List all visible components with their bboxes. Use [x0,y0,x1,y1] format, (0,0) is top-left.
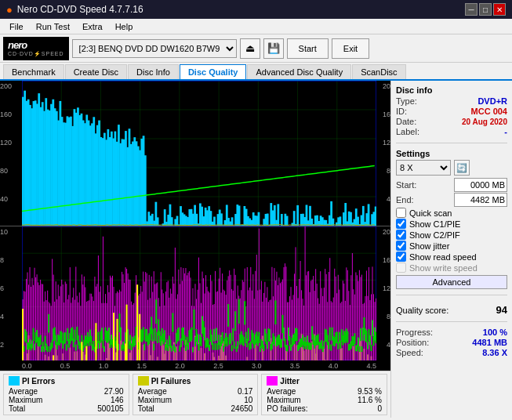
app-title: Nero CD-DVD Speed 4.7.7.16 [17,4,143,15]
drive-select[interactable]: [2:3] BENQ DVD DD DW1620 B7W9 [72,39,237,58]
show-c2pif-row: Show C2/PIF [396,230,507,240]
tab-advanced-disc-quality[interactable]: Advanced Disc Quality [247,64,351,79]
disc-type-value: DVD+R [478,96,507,106]
pi-errors-avg-row: Average 27.90 [9,387,124,396]
chart-bottom-y-right: 20 16 12 8 4 [376,226,390,371]
divider-2 [396,295,507,295]
pi-failures-total-row: Total 24650 [138,404,253,413]
jitter-max-value: 11.6 % [358,396,382,404]
pi-errors-total-value: 500105 [97,404,123,413]
refresh-button[interactable]: 🔄 [454,160,470,176]
show-read-speed-checkbox[interactable] [396,252,406,262]
titlebar-title-group: ● Nero CD-DVD Speed 4.7.7.16 [6,4,143,16]
disc-type-row: Type: DVD+R [396,96,507,106]
pi-failures-avg-label: Average [138,387,167,396]
close-button[interactable]: ✕ [493,3,506,16]
legend-pi-errors-title-row: PI Errors [9,376,124,386]
jitter-avg-value: 9.53 % [358,387,382,396]
menu-extra[interactable]: Extra [76,19,109,34]
menu-help[interactable]: Help [109,19,140,34]
disc-label-label: Label: [396,127,419,136]
show-c2pif-label: Show C2/PIF [409,230,460,240]
logo-sub: CD·DVD⚡SPEED [8,51,64,57]
maximize-button[interactable]: □ [479,3,492,16]
tab-disc-quality[interactable]: Disc Quality [180,64,247,79]
tab-scandisc[interactable]: ScanDisc [352,64,405,79]
start-button[interactable]: Start [287,38,329,59]
chart-top-canvas [22,81,376,226]
legend-pi-failures: PI Failures Average 0.17 Maximum 10 Tota… [133,374,259,415]
pi-failures-avg-row: Average 0.17 [138,387,253,396]
main-area: 200 160 120 80 40 20 16 12 8 4 [0,81,512,418]
disc-label-value: - [504,127,507,136]
disc-date-value: 20 Aug 2020 [462,118,507,126]
legend-pi-failures-title: PI Failures [151,377,191,386]
charts-container: 200 160 120 80 40 20 16 12 8 4 [0,81,390,371]
legend-pi-failures-title-row: PI Failures [138,376,253,386]
tab-benchmark[interactable]: Benchmark [3,64,64,79]
eject-button[interactable]: ⏏ [240,38,260,59]
legend-jitter-title-row: Jitter [267,376,382,386]
speed-select[interactable]: 8 X [396,160,451,176]
chart-bottom: 10 8 6 4 2 20 16 12 8 4 [0,226,390,371]
right-panel: Disc info Type: DVD+R ID: MCC 004 Date: … [390,81,512,418]
progress-label: Progress: [396,328,433,337]
quick-scan-row: Quick scan [396,208,507,218]
show-write-speed-checkbox[interactable] [396,262,406,273]
pi-failures-max-label: Maximum [138,396,172,404]
exit-button[interactable]: Exit [332,38,369,59]
advanced-button[interactable]: Advanced [396,275,507,289]
show-c1pie-row: Show C1/PIE [396,219,507,229]
disc-date-row: Date: 20 Aug 2020 [396,117,507,126]
show-c1pie-checkbox[interactable] [396,219,406,229]
pi-errors-max-row: Maximum 146 [9,396,124,404]
divider-1 [396,143,507,143]
progress-section: Progress: 100 % Position: 4481 MB Speed:… [396,328,507,358]
pi-errors-avg-label: Average [9,387,38,396]
start-input[interactable] [454,178,507,192]
show-jitter-checkbox[interactable] [396,241,406,251]
end-input[interactable] [454,193,507,207]
speed-row: 8 X 🔄 [396,160,507,176]
jitter-color-swatch [267,376,278,386]
pi-failures-max-value: 10 [244,396,252,404]
pi-failures-total-label: Total [138,404,154,413]
minimize-button[interactable]: ─ [465,3,478,16]
disc-info-title: Disc info [396,85,507,95]
show-c2pif-checkbox[interactable] [396,230,406,240]
position-label: Position: [396,338,429,347]
disc-id-label: ID: [396,107,407,116]
menu-file[interactable]: File [3,19,30,34]
chart-top: 200 160 120 80 40 20 16 12 8 4 [0,81,390,226]
start-label: Start: [396,180,416,190]
legend-area: PI Errors Average 27.90 Maximum 146 Tota… [0,371,390,418]
chart-bottom-canvas [22,226,376,360]
disc-label-row: Label: - [396,127,507,136]
position-value: 4481 MB [472,338,507,347]
show-c1pie-label: Show C1/PIE [409,219,460,229]
pi-failures-total-value: 24650 [231,404,253,413]
charts-wrapper: 200 160 120 80 40 20 16 12 8 4 [0,81,390,418]
po-failures-label: PO failures: [267,404,307,413]
legend-pi-errors: PI Errors Average 27.90 Maximum 146 Tota… [3,374,129,415]
menu-run-test[interactable]: Run Test [30,19,76,34]
progress-value: 100 % [483,328,507,337]
quality-score-value: 94 [496,304,507,316]
chart-bottom-y-left: 10 8 6 4 2 [0,226,22,371]
toolbar: nero CD·DVD⚡SPEED [2:3] BENQ DVD DD DW16… [0,34,512,63]
disc-info-section: Disc info Type: DVD+R ID: MCC 004 Date: … [396,85,507,137]
show-write-speed-row: Show write speed [396,262,507,273]
show-jitter-label: Show jitter [409,241,449,251]
quick-scan-label: Quick scan [409,208,452,218]
chart-top-y-left: 200 160 120 80 40 [0,81,22,226]
show-write-speed-label: Show write speed [409,263,478,273]
pi-failures-avg-value: 0.17 [238,387,252,396]
tab-create-disc[interactable]: Create Disc [65,64,127,79]
save-button[interactable]: 💾 [263,38,284,59]
tab-disc-info[interactable]: Disc Info [128,64,179,79]
tabs-bar: Benchmark Create Disc Disc Info Disc Qua… [0,63,512,81]
settings-section: Settings 8 X 🔄 Start: End: Quick scan [396,149,507,289]
quality-score-row: Quality score: 94 [396,304,507,316]
start-row: Start: [396,178,507,192]
quick-scan-checkbox[interactable] [396,208,406,218]
